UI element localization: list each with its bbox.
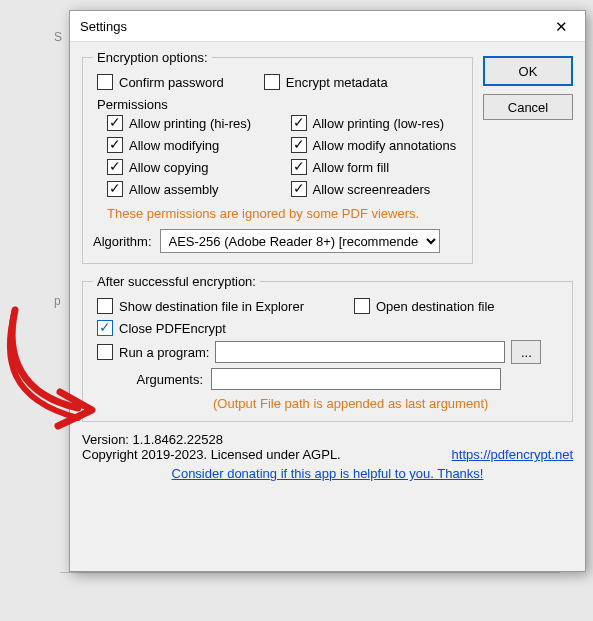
button-label: OK bbox=[519, 64, 538, 79]
encrypt-metadata-checkbox[interactable]: Encrypt metadata bbox=[264, 74, 388, 90]
permissions-warning: These permissions are ignored by some PD… bbox=[107, 206, 462, 221]
dialog-title: Settings bbox=[80, 19, 541, 34]
checkbox-icon bbox=[354, 298, 370, 314]
run-program-input[interactable] bbox=[215, 341, 505, 363]
checkbox-icon bbox=[107, 137, 123, 153]
settings-dialog: Settings ✕ Encryption options: Confirm p… bbox=[69, 10, 586, 572]
checkbox-label: Confirm password bbox=[119, 75, 224, 90]
checkbox-label: Allow form fill bbox=[313, 160, 390, 175]
ok-button[interactable]: OK bbox=[483, 56, 573, 86]
checkbox-label: Allow printing (low-res) bbox=[313, 116, 444, 131]
permissions-label: Permissions bbox=[97, 97, 462, 112]
titlebar[interactable]: Settings ✕ bbox=[70, 11, 585, 42]
close-button[interactable]: ✕ bbox=[541, 13, 581, 39]
checkbox-label: Allow modifying bbox=[129, 138, 219, 153]
checkbox-icon bbox=[291, 115, 307, 131]
checkbox-icon bbox=[291, 181, 307, 197]
checkbox-icon bbox=[107, 115, 123, 131]
bg-divider bbox=[60, 572, 560, 573]
checkbox-icon bbox=[291, 159, 307, 175]
perm-print-hi-checkbox[interactable]: Allow printing (hi-res) bbox=[107, 115, 279, 131]
open-destination-checkbox[interactable]: Open destination file bbox=[354, 298, 495, 314]
perm-copy-checkbox[interactable]: Allow copying bbox=[107, 159, 279, 175]
algorithm-select[interactable]: AES-256 (Adobe Reader 8+) [recommended] bbox=[160, 229, 440, 253]
checkbox-label: Encrypt metadata bbox=[286, 75, 388, 90]
run-program-checkbox[interactable]: Run a program: bbox=[97, 344, 209, 360]
perm-screenreaders-checkbox[interactable]: Allow screenreaders bbox=[291, 181, 463, 197]
show-in-explorer-checkbox[interactable]: Show destination file in Explorer bbox=[97, 298, 304, 314]
arguments-input[interactable] bbox=[211, 368, 501, 390]
checkbox-icon bbox=[107, 159, 123, 175]
checkbox-icon bbox=[264, 74, 280, 90]
after-legend: After successful encryption: bbox=[93, 274, 260, 289]
checkbox-icon bbox=[97, 298, 113, 314]
checkbox-label: Show destination file in Explorer bbox=[119, 299, 304, 314]
checkbox-icon bbox=[291, 137, 307, 153]
checkbox-icon bbox=[97, 344, 113, 360]
after-encryption-group: After successful encryption: Show destin… bbox=[82, 274, 573, 422]
browse-button[interactable]: ... bbox=[511, 340, 541, 364]
confirm-password-checkbox[interactable]: Confirm password bbox=[97, 74, 224, 90]
checkbox-label: Allow screenreaders bbox=[313, 182, 431, 197]
cancel-button[interactable]: Cancel bbox=[483, 94, 573, 120]
button-label: Cancel bbox=[508, 100, 548, 115]
bg-char: S bbox=[54, 30, 62, 44]
version-text: Version: 1.1.8462.22528 bbox=[82, 432, 573, 447]
button-label: ... bbox=[521, 345, 532, 360]
close-icon: ✕ bbox=[555, 19, 568, 34]
checkbox-label: Allow printing (hi-res) bbox=[129, 116, 251, 131]
checkbox-label: Allow assembly bbox=[129, 182, 219, 197]
checkbox-label: Open destination file bbox=[376, 299, 495, 314]
output-path-note: (Output File path is appended as last ar… bbox=[213, 396, 562, 411]
checkbox-icon bbox=[97, 74, 113, 90]
perm-assembly-checkbox[interactable]: Allow assembly bbox=[107, 181, 279, 197]
encryption-options-group: Encryption options: Confirm password Enc… bbox=[82, 50, 473, 264]
website-link[interactable]: https://pdfencrypt.net bbox=[452, 447, 573, 462]
perm-form-fill-checkbox[interactable]: Allow form fill bbox=[291, 159, 463, 175]
donate-link[interactable]: Consider donating if this app is helpful… bbox=[172, 466, 484, 481]
checkbox-label: Allow modify annotations bbox=[313, 138, 457, 153]
checkbox-icon bbox=[107, 181, 123, 197]
bg-char: p bbox=[54, 294, 61, 308]
checkbox-label: Allow copying bbox=[129, 160, 209, 175]
algorithm-label: Algorithm: bbox=[93, 234, 152, 249]
close-app-checkbox[interactable]: Close PDFEncrypt bbox=[97, 320, 562, 336]
copyright-text: Copyright 2019-2023. Licensed under AGPL… bbox=[82, 447, 341, 462]
checkbox-label: Run a program: bbox=[119, 345, 209, 360]
checkbox-label: Close PDFEncrypt bbox=[119, 321, 226, 336]
encryption-legend: Encryption options: bbox=[93, 50, 212, 65]
perm-print-lo-checkbox[interactable]: Allow printing (low-res) bbox=[291, 115, 463, 131]
perm-modify-checkbox[interactable]: Allow modifying bbox=[107, 137, 279, 153]
checkbox-icon bbox=[97, 320, 113, 336]
perm-modify-ann-checkbox[interactable]: Allow modify annotations bbox=[291, 137, 463, 153]
arguments-label: Arguments: bbox=[93, 372, 203, 387]
